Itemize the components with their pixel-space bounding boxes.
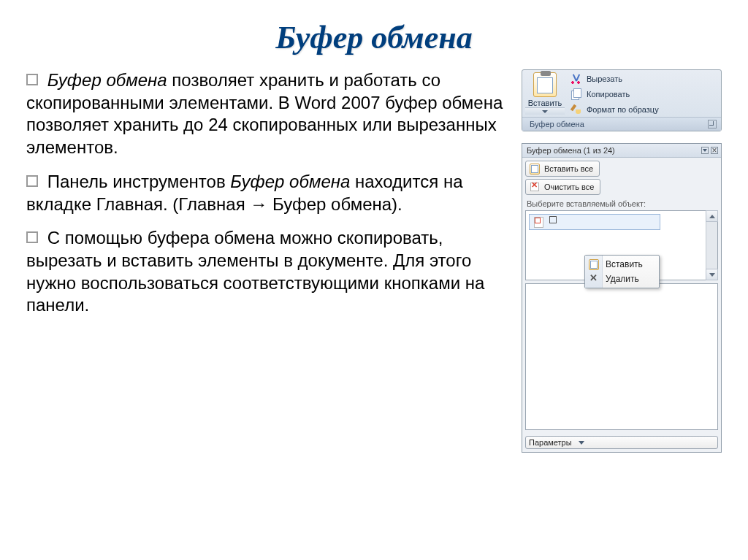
- bullet-2: Панель инструментов Буфер обмена находит…: [26, 171, 511, 215]
- context-delete-item[interactable]: Удалить: [585, 272, 659, 286]
- context-paste-item[interactable]: Вставить: [585, 257, 659, 272]
- delete-icon: [588, 273, 600, 285]
- bullet-2-em: Буфер обмена: [230, 172, 350, 191]
- scroll-track[interactable]: [706, 221, 717, 269]
- options-label: Параметры: [529, 438, 572, 447]
- bullet-1-em: Буфер обмена: [47, 70, 167, 90]
- pane-hint: Выберите вставляемый объект:: [522, 196, 721, 210]
- document-icon: [533, 216, 544, 228]
- bullet-3: С помощью буфера обмена можно скопироват…: [26, 227, 511, 317]
- bullet-1: Буфер обмена позволяет хранить и работат…: [26, 69, 511, 159]
- clipboard-item-thumb: [532, 216, 545, 228]
- bullet-marker-icon: [26, 175, 38, 187]
- clipboard-item-list: Вставить Удалить: [525, 210, 718, 280]
- paste-all-button[interactable]: Вставить все: [525, 161, 600, 177]
- dialog-launcher-button[interactable]: [708, 120, 717, 129]
- pane-close-button[interactable]: [711, 147, 718, 154]
- clear-all-button[interactable]: Очистить все: [525, 179, 600, 195]
- brush-icon: [570, 104, 582, 115]
- chevron-down-icon: [709, 273, 715, 277]
- bullet-marker-icon: [26, 74, 38, 85]
- paste-dropdown-button[interactable]: [525, 107, 565, 115]
- paste-splitbutton[interactable]: Вставить: [525, 72, 565, 107]
- clipboard-item[interactable]: [529, 214, 660, 230]
- scroll-down-button[interactable]: [706, 269, 718, 280]
- format-painter-button[interactable]: Формат по образцу: [569, 103, 718, 116]
- slide-title: Буфер обмена: [26, 19, 722, 56]
- copy-button[interactable]: Копировать: [569, 88, 718, 101]
- context-paste-label: Вставить: [606, 259, 643, 269]
- pane-preview-area: [525, 283, 718, 430]
- bullet-2-pre: Панель инструментов: [47, 172, 231, 191]
- context-delete-label: Удалить: [606, 274, 639, 284]
- ribbon-group-title: Буфер обмена: [530, 120, 584, 129]
- paste-label: Вставить: [528, 99, 562, 107]
- clear-all-icon: [529, 181, 541, 193]
- cut-button[interactable]: Вырезать: [569, 72, 718, 85]
- copy-label: Копировать: [587, 90, 630, 99]
- screenshots-column: Вставить Вырезать Копировать: [522, 69, 722, 453]
- clipboard-item-preview: [549, 216, 557, 223]
- paste-all-label: Вставить все: [544, 164, 593, 173]
- pane-menu-button[interactable]: [701, 147, 709, 154]
- chevron-down-icon: [579, 441, 584, 445]
- bullet-marker-icon: [26, 231, 38, 243]
- format-painter-label: Формат по образцу: [587, 105, 659, 114]
- chevron-down-icon: [703, 149, 707, 152]
- chevron-down-icon: [542, 110, 548, 113]
- list-scrollbar[interactable]: [706, 211, 717, 280]
- scissors-icon: [570, 73, 582, 85]
- paste-icon: [533, 72, 557, 97]
- clear-all-label: Очистить все: [544, 183, 594, 191]
- options-button[interactable]: Параметры: [525, 436, 718, 449]
- bullet-3-text: С помощью буфера обмена можно скопироват…: [26, 228, 484, 315]
- pane-header: Буфер обмена (1 из 24): [522, 144, 721, 158]
- chevron-up-icon: [709, 215, 715, 218]
- ribbon-clipboard-group: Вставить Вырезать Копировать: [522, 69, 722, 131]
- clipboard-task-pane: Буфер обмена (1 из 24) Вставить все Очис…: [522, 143, 722, 453]
- context-menu: Вставить Удалить: [584, 255, 660, 288]
- scroll-up-button[interactable]: [706, 210, 718, 222]
- paste-all-icon: [529, 163, 541, 174]
- text-column: Буфер обмена позволяет хранить и работат…: [26, 69, 511, 453]
- paste-icon: [588, 258, 600, 270]
- pane-title: Буфер обмена (1 из 24): [527, 146, 615, 155]
- cut-label: Вырезать: [587, 74, 622, 83]
- copy-icon: [570, 88, 582, 100]
